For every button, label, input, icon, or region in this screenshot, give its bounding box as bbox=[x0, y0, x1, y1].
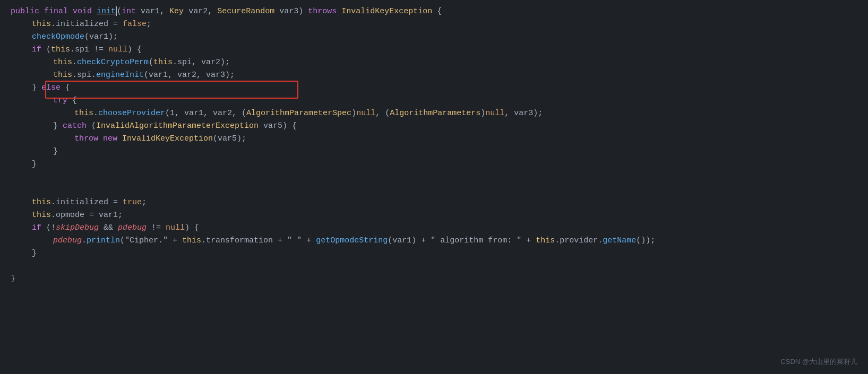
code-token: true bbox=[123, 198, 142, 207]
code-token: InvalidKeyException bbox=[341, 7, 432, 16]
code-token: . bbox=[93, 109, 98, 118]
code-token: this bbox=[74, 109, 93, 118]
code-token: void bbox=[73, 7, 97, 16]
code-line-9: this.chooseProvider(1, var1, var2, (Algo… bbox=[11, 107, 857, 120]
code-token: AlgorithmParameterSpec bbox=[246, 109, 351, 118]
code-token: this bbox=[32, 211, 51, 220]
code-line-14 bbox=[11, 171, 857, 184]
code-token: try bbox=[53, 96, 72, 105]
code-token: { bbox=[65, 83, 70, 92]
code-line-20: } bbox=[11, 247, 857, 260]
code-token: engineInit bbox=[96, 71, 144, 80]
code-token: } bbox=[32, 160, 37, 169]
code-token: AlgorithmParameters bbox=[390, 109, 480, 118]
code-token: chooseProvider bbox=[98, 109, 165, 118]
code-line-2: this.initialized = false; bbox=[11, 18, 857, 31]
code-token: null bbox=[108, 45, 127, 54]
code-line-10: } catch (InvalidAlgorithmParameterExcept… bbox=[11, 120, 857, 133]
code-token: getName bbox=[603, 236, 636, 245]
code-token: ( bbox=[46, 45, 51, 54]
code-token: if bbox=[32, 45, 46, 54]
code-token: { bbox=[432, 7, 442, 16]
code-line-19: pdebug.println("Cipher." + this.transfor… bbox=[11, 234, 857, 247]
code-token: else bbox=[41, 83, 65, 92]
code-token: pdebug bbox=[118, 223, 147, 232]
code-token: , var3); bbox=[504, 109, 543, 118]
code-token: . bbox=[72, 58, 77, 67]
code-line-7: } else { bbox=[11, 82, 857, 94]
code-token: .initialized = bbox=[51, 20, 123, 29]
code-token: this bbox=[536, 236, 555, 245]
code-line-13: } bbox=[11, 158, 857, 171]
code-token: this bbox=[53, 58, 72, 67]
code-line-22: } bbox=[11, 273, 857, 285]
code-token: (var1) + " algorithm from: " + bbox=[388, 236, 536, 245]
code-token: skipDebug bbox=[56, 223, 99, 232]
code-line-1: public final void init (int var1, Key va… bbox=[11, 5, 857, 18]
code-token: ) bbox=[351, 109, 356, 118]
code-token: ) { bbox=[127, 45, 142, 54]
watermark-text: CSDN @大山里的菜籽儿 bbox=[780, 356, 857, 368]
code-token: pdebug bbox=[53, 236, 82, 245]
code-token: ( bbox=[149, 58, 153, 67]
code-token: .initialized = bbox=[51, 198, 123, 207]
code-token: null bbox=[166, 223, 185, 232]
code-token: ) bbox=[480, 109, 485, 118]
code-token: ( bbox=[117, 7, 122, 16]
code-token: Key bbox=[169, 7, 184, 16]
code-token: catch bbox=[63, 121, 91, 131]
code-token: InvalidKeyException bbox=[122, 134, 213, 143]
code-token: . bbox=[82, 236, 87, 245]
code-line-6: this.spi.engineInit(var1, var2, var3); bbox=[11, 69, 857, 82]
code-line-11: throw new InvalidKeyException(var5); bbox=[11, 133, 857, 145]
code-token: (var1); bbox=[84, 32, 118, 41]
code-line-5: this.checkCryptoPerm(this.spi, var2); bbox=[11, 56, 857, 69]
code-token: null bbox=[356, 109, 375, 118]
code-token: public bbox=[11, 7, 44, 16]
code-token: null bbox=[485, 109, 504, 118]
code-line-8: try { bbox=[11, 94, 857, 107]
code-token: checkOpmode bbox=[32, 32, 84, 41]
code-token: this bbox=[53, 71, 72, 80]
code-token: throws bbox=[308, 7, 341, 16]
code-token: println bbox=[87, 236, 120, 245]
code-line-12: } bbox=[11, 145, 857, 158]
code-token: this bbox=[182, 236, 201, 245]
code-token: } bbox=[53, 147, 58, 156]
code-token: var2, bbox=[184, 7, 217, 16]
code-token: .spi != bbox=[70, 45, 108, 54]
code-token: this bbox=[153, 58, 173, 67]
code-line-4: if (this.spi != null) { bbox=[11, 44, 857, 56]
code-token: , ( bbox=[375, 109, 390, 118]
code-token: && bbox=[99, 223, 118, 232]
code-token: if bbox=[32, 223, 46, 232]
code-token: ( bbox=[91, 121, 96, 131]
code-token: (var5); bbox=[213, 134, 246, 143]
code-token: } bbox=[32, 83, 41, 92]
code-token: var5) { bbox=[259, 121, 297, 131]
code-viewer: public final void init (int var1, Key va… bbox=[0, 0, 868, 291]
code-token: .provider. bbox=[555, 236, 603, 245]
code-token: throw bbox=[74, 134, 103, 143]
code-token: } bbox=[32, 249, 37, 258]
code-token: .spi, var2); bbox=[173, 58, 230, 67]
code-block: public final void init (int var1, Key va… bbox=[11, 5, 857, 285]
code-token: . bbox=[91, 71, 96, 80]
code-token: ; bbox=[142, 198, 147, 207]
code-token: this bbox=[51, 45, 70, 54]
code-token: ) { bbox=[185, 223, 199, 232]
code-line-3: checkOpmode(var1); bbox=[11, 31, 857, 44]
code-token: getOpmodeString bbox=[316, 236, 388, 245]
code-token: { bbox=[72, 96, 77, 105]
code-token: var3) bbox=[274, 7, 308, 16]
code-token: . bbox=[72, 71, 77, 80]
code-token: .transformation + " " + bbox=[201, 236, 316, 245]
code-token: (! bbox=[46, 223, 56, 232]
code-token: } bbox=[53, 121, 63, 131]
code-token: InvalidAlgorithmParameterException bbox=[96, 121, 259, 131]
code-token: final bbox=[44, 7, 73, 16]
code-token: int bbox=[122, 7, 136, 16]
code-token: this bbox=[32, 198, 51, 207]
code-line-16: this.initialized = true; bbox=[11, 196, 857, 209]
code-token: ; bbox=[147, 20, 151, 29]
